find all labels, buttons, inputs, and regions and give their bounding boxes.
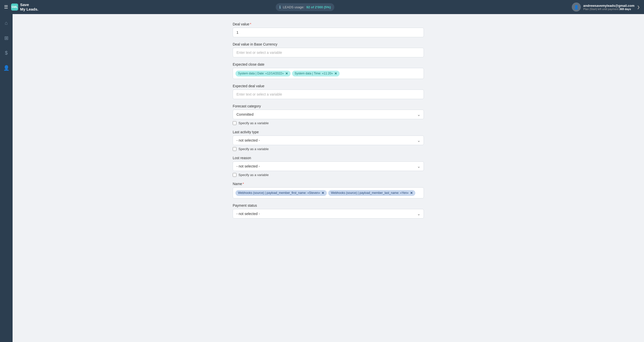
close-date-tag-time-remove[interactable]: ✕: [334, 72, 337, 75]
leads-count: 92 of 2'000 (5%): [306, 5, 331, 9]
lost-reason-specify-checkbox[interactable]: [233, 173, 236, 177]
leads-label: LEADS usage:: [283, 5, 304, 9]
payment-status-select[interactable]: - not selected -: [233, 209, 424, 219]
form-section: Deal value* Deal value in Base Currency …: [233, 22, 424, 224]
main-layout: ⌂ ⊞ $ 👤 Deal value* Deal value in Base C…: [0, 14, 644, 342]
name-label: Name*: [233, 182, 424, 186]
logo: SML Save My Leads.: [11, 3, 38, 12]
name-field-group: Name* Webhooks (source) | payload_member…: [233, 182, 424, 198]
close-date-tag-time: System data | Time: «11:20» ✕: [292, 71, 340, 76]
payment-status-wrapper: - not selected -: [233, 209, 424, 219]
navbar-right: 👤 andrewsavemyleads@gmail.com Plan |Star…: [572, 3, 640, 12]
lost-reason-field-group: Lost reason - not selected - Specify as …: [233, 156, 424, 177]
payment-status-field-group: Payment status - not selected -: [233, 203, 424, 219]
forecast-category-field-group: Forecast category Committed Best Case Pi…: [233, 104, 424, 125]
last-activity-specify-checkbox[interactable]: [233, 147, 236, 151]
chevron-down-icon: ❯: [637, 5, 640, 9]
expected-deal-value-field-group: Expected deal value: [233, 84, 424, 99]
hamburger-icon[interactable]: ☰: [4, 4, 8, 10]
user-details: andrewsavemyleads@gmail.com Plan |Start|…: [583, 4, 634, 11]
last-activity-specify-label[interactable]: Specify as a variable: [238, 147, 269, 151]
close-date-tag-date-remove[interactable]: ✕: [285, 72, 288, 75]
last-activity-type-select[interactable]: - not selected -: [233, 136, 424, 145]
lost-reason-specify-label[interactable]: Specify as a variable: [238, 173, 269, 177]
last-activity-type-label: Last activity type: [233, 130, 424, 134]
navbar-center: ℹ LEADS usage: 92 of 2'000 (5%): [276, 3, 334, 11]
deal-value-field-group: Deal value*: [233, 22, 424, 37]
content-area: Deal value* Deal value in Base Currency …: [13, 14, 644, 342]
deal-value-base-input[interactable]: [233, 48, 424, 57]
payment-status-label: Payment status: [233, 203, 424, 207]
navbar: ☰ SML Save My Leads. ℹ LEADS usage: 92 o…: [0, 0, 644, 14]
user-plan: Plan |Start| left until payment 369 days: [583, 8, 634, 11]
required-marker: *: [250, 22, 251, 26]
expected-close-date-label: Expected close date: [233, 62, 424, 66]
user-info[interactable]: 👤 andrewsavemyleads@gmail.com Plan |Star…: [572, 3, 640, 12]
close-date-tag-date: System data | Date: «12/14/2022» ✕: [235, 71, 291, 76]
logo-text: Save My Leads.: [20, 3, 38, 12]
name-input[interactable]: Webhooks (source) | payload_member_first…: [233, 187, 424, 198]
logo-icon: SML: [11, 4, 18, 11]
lost-reason-label: Lost reason: [233, 156, 424, 160]
info-icon: ℹ: [279, 5, 281, 10]
expected-deal-value-label: Expected deal value: [233, 84, 424, 88]
expected-close-date-input[interactable]: System data | Date: «12/14/2022» ✕ Syste…: [233, 68, 424, 79]
sidebar-item-billing[interactable]: $: [3, 48, 10, 58]
name-tag-last-name: Webhooks (source) | payload_member_last_…: [328, 190, 415, 196]
user-email: andrewsavemyleads@gmail.com: [583, 4, 634, 8]
sidebar-item-home[interactable]: ⌂: [3, 18, 10, 28]
expected-close-date-field-group: Expected close date System data | Date: …: [233, 62, 424, 79]
deal-value-input[interactable]: [233, 28, 424, 37]
sidebar-item-integrations[interactable]: ⊞: [2, 33, 11, 43]
last-activity-type-wrapper: - not selected -: [233, 136, 424, 145]
forecast-category-checkbox-row: Specify as a variable: [233, 121, 424, 125]
deal-value-base-field-group: Deal value in Base Currency: [233, 42, 424, 57]
forecast-category-select[interactable]: Committed Best Case Pipeline Omitted: [233, 110, 424, 119]
lost-reason-wrapper: - not selected -: [233, 161, 424, 171]
name-tag-first-name-remove[interactable]: ✕: [321, 191, 324, 195]
navbar-left: ☰ SML Save My Leads.: [4, 3, 38, 12]
lost-reason-checkbox-row: Specify as a variable: [233, 173, 424, 177]
deal-value-label: Deal value*: [233, 22, 424, 26]
sidebar-item-account[interactable]: 👤: [1, 63, 12, 73]
forecast-category-wrapper: Committed Best Case Pipeline Omitted: [233, 110, 424, 119]
last-activity-checkbox-row: Specify as a variable: [233, 147, 424, 151]
leads-usage: ℹ LEADS usage: 92 of 2'000 (5%): [276, 3, 334, 11]
expected-deal-value-input[interactable]: [233, 90, 424, 99]
forecast-specify-label[interactable]: Specify as a variable: [238, 121, 269, 125]
name-tag-last-name-remove[interactable]: ✕: [410, 191, 413, 195]
avatar: 👤: [572, 3, 581, 12]
last-activity-type-field-group: Last activity type - not selected - Spec…: [233, 130, 424, 151]
lost-reason-select[interactable]: - not selected -: [233, 161, 424, 171]
deal-value-base-label: Deal value in Base Currency: [233, 42, 424, 46]
forecast-specify-checkbox[interactable]: [233, 121, 236, 125]
sidebar: ⌂ ⊞ $ 👤: [0, 14, 13, 342]
forecast-category-label: Forecast category: [233, 104, 424, 108]
name-tag-first-name: Webhooks (source) | payload_member_first…: [235, 190, 327, 196]
name-required-marker: *: [243, 182, 244, 186]
